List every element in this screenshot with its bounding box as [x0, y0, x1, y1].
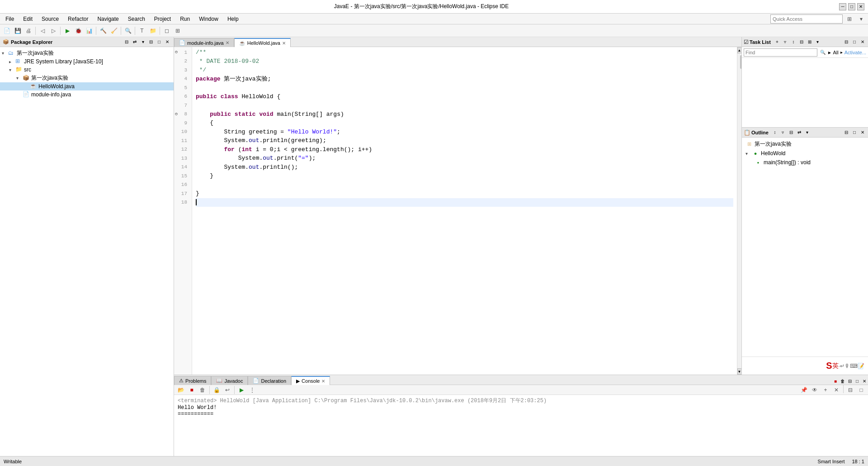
menu-edit[interactable]: Edit [19, 15, 36, 23]
outline-filter-button[interactable]: ▿ [779, 129, 787, 136]
print-button[interactable]: 🖨 [24, 26, 33, 36]
minimize-view[interactable]: ◻ [162, 26, 172, 36]
vertical-scrollbar[interactable]: ▲ ▼ [737, 47, 741, 375]
menu-navigate[interactable]: Navigate [94, 15, 122, 23]
maximize-bottom-btn[interactable]: □ [856, 385, 866, 395]
quick-access-menu[interactable]: ▾ [856, 14, 866, 24]
open-type-button[interactable]: T [137, 26, 147, 36]
console-scroll-lock[interactable]: 🔒 [212, 385, 222, 395]
minimize-bottom-btn[interactable]: ⊟ [845, 385, 855, 395]
collapse-all-button[interactable]: ⊟ [123, 38, 130, 46]
scroll-up-button[interactable]: ▲ [737, 47, 742, 53]
prev-edit-button[interactable]: ◁ [38, 26, 47, 36]
maximize-panel-button[interactable]: □ [156, 38, 163, 46]
task-maximize-button[interactable]: □ [851, 38, 858, 46]
bottom-terminate-button[interactable]: ■ [832, 377, 839, 385]
outline-link-button[interactable]: ⇄ [796, 129, 803, 136]
quick-access-input[interactable] [770, 14, 843, 24]
menu-window[interactable]: Window [195, 15, 222, 23]
task-menu-button[interactable]: ▾ [814, 38, 821, 46]
bottom-maximize-button[interactable]: □ [854, 377, 861, 385]
close-console-button[interactable]: ✕ [831, 385, 841, 395]
menu-source[interactable]: Source [38, 15, 62, 23]
bottom-close-button[interactable]: ✕ [861, 377, 868, 385]
outline-collapse-button[interactable]: ⊟ [788, 129, 795, 136]
tree-item-package[interactable]: ▾ 📦 第一次java实验 [0, 74, 174, 82]
menu-search[interactable]: Search [124, 15, 149, 23]
console-word-wrap[interactable]: ↩ [222, 385, 232, 395]
all-label[interactable]: All [833, 50, 838, 55]
code-content[interactable]: /** * DATE 2018-09-02 */ package 第一次java… [192, 47, 737, 375]
minimize-panel-button[interactable]: ⊟ [147, 38, 155, 46]
pin-console-button[interactable]: 📌 [799, 385, 809, 395]
menu-project[interactable]: Project [151, 15, 175, 23]
close-button[interactable]: ✕ [857, 3, 864, 10]
tree-item-hellowold[interactable]: ▸ ☕ HelloWold.java [0, 82, 174, 90]
task-expand-button[interactable]: ⊞ [806, 38, 813, 46]
menu-run[interactable]: Run [176, 15, 193, 23]
bottom-clear-button[interactable]: 🗑 [839, 377, 846, 385]
tree-item-src[interactable]: ▾ 📁 src [0, 66, 174, 74]
console-view-menu[interactable]: ⋮ [247, 385, 257, 395]
link-with-editor-button[interactable]: ⇄ [131, 38, 138, 46]
close-panel-button[interactable]: ✕ [164, 38, 171, 46]
open-resource-button[interactable]: 📁 [148, 26, 158, 36]
tab-problems[interactable]: ⚠ Problems [174, 376, 211, 385]
task-sort-button[interactable]: ↕ [790, 38, 797, 46]
build-button[interactable]: 🔨 [98, 26, 108, 36]
coverage-button[interactable]: 📊 [84, 26, 94, 36]
outline-menu-button[interactable]: ▾ [804, 129, 811, 136]
task-add-button[interactable]: + [774, 38, 781, 46]
console-open-file-button[interactable]: 📂 [176, 385, 186, 395]
run-button[interactable]: ▶ [62, 26, 72, 36]
tab-module-info[interactable]: 📄 module-info.java ✕ [174, 38, 234, 47]
console-stop-button[interactable]: ■ [187, 385, 197, 395]
console-clear-log-button[interactable]: 🗑 [198, 385, 208, 395]
outline-maximize-button[interactable]: □ [851, 129, 858, 136]
module-tab-close[interactable]: ✕ [226, 40, 229, 45]
next-edit-button[interactable]: ▷ [48, 26, 58, 36]
outline-close-button[interactable]: ✕ [859, 129, 866, 136]
maximize-button[interactable]: □ [848, 3, 855, 10]
activate-label[interactable]: Activate... [844, 50, 866, 55]
menu-refactor[interactable]: Refactor [64, 15, 92, 23]
task-find-input[interactable] [744, 48, 817, 57]
outline-sort-button[interactable]: ↕ [771, 129, 778, 136]
perspective-button[interactable]: ⊞ [173, 26, 183, 36]
quick-access-icon[interactable]: ⊞ [844, 14, 854, 24]
outline-item-method[interactable]: ● main(String[]) : void [744, 158, 866, 167]
code-editor[interactable]: ⊖1 2 3 4 5 6 7 ⊖8 9 10 11 1 [174, 47, 741, 375]
tab-hellowold[interactable]: ☕ HelloWold.java ✕ [234, 38, 291, 47]
minimize-button[interactable]: ─ [839, 3, 846, 10]
save-button[interactable]: 💾 [13, 26, 23, 36]
new-button[interactable]: 📄 [2, 26, 12, 36]
bottom-minimize-button[interactable]: ⊟ [846, 377, 854, 385]
menu-help[interactable]: Help [224, 15, 242, 23]
tab-declaration[interactable]: 📄 Declaration [248, 376, 291, 385]
task-collapse-button[interactable]: ⊟ [798, 38, 805, 46]
outline-item-class[interactable]: ▾ ● HelloWold [744, 149, 866, 158]
debug-button[interactable]: 🐞 [73, 26, 83, 36]
scroll-thumb[interactable] [740, 55, 742, 69]
new-console-button[interactable]: + [821, 385, 830, 395]
task-close-button[interactable]: ✕ [859, 38, 866, 46]
task-minimize-button[interactable]: ⊟ [843, 38, 850, 46]
console-tab-close[interactable]: ✕ [321, 379, 325, 384]
tree-item-project[interactable]: ▾ 🗂 第一次java实验 [0, 49, 174, 57]
task-find-button[interactable]: 🔍 [819, 49, 826, 56]
scroll-down-button[interactable]: ▼ [737, 368, 742, 375]
search-button[interactable]: 🔍 [123, 26, 133, 36]
clean-button[interactable]: 🧹 [109, 26, 119, 36]
console-run-button[interactable]: ▶ [236, 385, 246, 395]
tab-javadoc[interactable]: 📖 Javadoc [211, 376, 248, 385]
hw-tab-close[interactable]: ✕ [282, 41, 286, 46]
outline-minimize-button[interactable]: ⊟ [843, 129, 850, 136]
view-menu-button[interactable]: ▾ [139, 38, 146, 46]
show-console-button[interactable]: 👁 [810, 385, 820, 395]
code-line-18[interactable] [196, 198, 733, 207]
tree-item-moduleinfo[interactable]: ▸ 📄 module-info.java [0, 90, 174, 99]
task-filter-button[interactable]: ▿ [782, 38, 789, 46]
menu-file[interactable]: File [2, 15, 18, 23]
tree-item-jre[interactable]: ▸ ⊞ JRE System Library [JavaSE-10] [0, 57, 174, 66]
outline-item-package[interactable]: ⊞ 第一次java实验 [744, 139, 866, 149]
